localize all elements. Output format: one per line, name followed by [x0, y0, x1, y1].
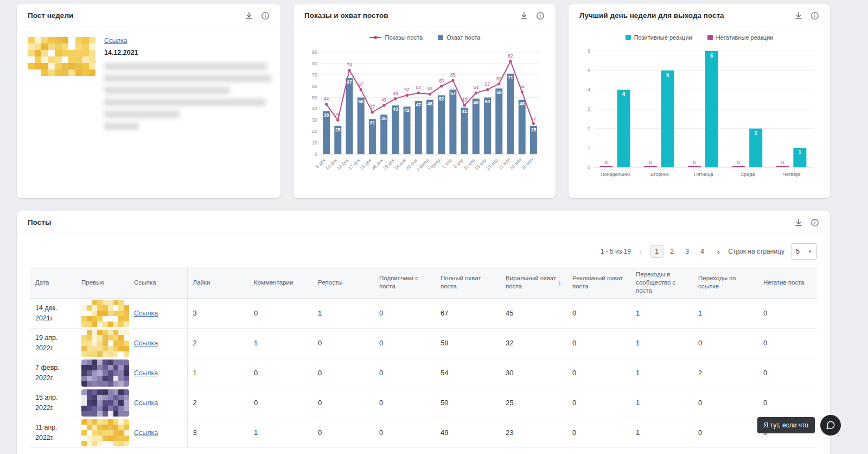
svg-text:30: 30: [335, 112, 341, 117]
download-icon[interactable]: [520, 11, 528, 20]
svg-text:54: 54: [416, 85, 422, 90]
svg-text:25: 25: [335, 127, 341, 133]
legend-item-negative[interactable]: Негативные реакции: [707, 34, 774, 41]
metric-cell: 1: [248, 328, 312, 358]
column-header-0[interactable]: Дата: [30, 267, 76, 298]
column-header-1[interactable]: Превью: [76, 267, 129, 298]
download-icon[interactable]: [794, 11, 803, 20]
column-header-11[interactable]: Переходы по ссылке: [693, 267, 758, 298]
post-link-cell: Ссылка: [129, 358, 187, 388]
metric-cell: 1: [187, 358, 248, 388]
page-3-button[interactable]: 3: [681, 245, 694, 258]
metric-cell: 0: [758, 298, 817, 328]
svg-text:48: 48: [519, 101, 525, 106]
svg-text:0: 0: [737, 160, 740, 165]
info-icon[interactable]: [536, 11, 545, 20]
post-link[interactable]: Ссылка: [134, 369, 158, 377]
metric-cell: 32: [500, 328, 567, 358]
metric-cell: 1: [630, 388, 693, 418]
negative-series-icon: [707, 35, 713, 40]
column-header-3[interactable]: Лайки: [187, 267, 248, 298]
chart-legend: Показы поста Охват поста: [293, 27, 556, 42]
legend-item-reach[interactable]: Охват поста: [438, 34, 480, 41]
metric-cell: 0: [374, 418, 435, 447]
svg-text:65: 65: [450, 72, 456, 78]
svg-text:6: 6: [588, 48, 590, 54]
svg-text:0: 0: [588, 165, 590, 170]
column-header-2[interactable]: Ссылка: [129, 267, 187, 298]
post-preview-image: [81, 419, 129, 446]
post-preview-cell: [76, 358, 129, 388]
download-icon[interactable]: [794, 218, 803, 227]
column-header-8[interactable]: Виральный охват поста↓: [500, 267, 567, 298]
download-icon[interactable]: [245, 11, 253, 20]
svg-text:49: 49: [474, 100, 479, 105]
metric-cell: 0: [567, 418, 630, 447]
post-link[interactable]: Ссылка: [134, 429, 158, 437]
svg-text:53: 53: [427, 86, 433, 91]
legend-label: Показы поста: [385, 34, 423, 41]
chat-button[interactable]: [820, 415, 841, 436]
page-2-button[interactable]: 2: [666, 245, 679, 258]
card-header: Показы и охват постов: [293, 4, 556, 27]
info-icon[interactable]: [810, 11, 819, 20]
rows-per-page-select[interactable]: 5 ▼: [791, 243, 817, 260]
metric-cell: 1: [248, 418, 312, 447]
svg-text:74: 74: [347, 62, 352, 67]
table-header-row: ДатаПревьюСсылкаЛайкиКомментарииРепостыП…: [30, 267, 817, 298]
column-header-10[interactable]: Переходы в сообщество с поста: [630, 267, 693, 298]
metric-cell: 25: [500, 388, 567, 418]
info-icon[interactable]: [810, 218, 819, 227]
column-header-4[interactable]: Комментарии: [248, 267, 312, 298]
column-header-12[interactable]: Негатив поста: [758, 267, 817, 298]
metric-cell: 50: [435, 388, 500, 418]
prev-page-icon[interactable]: ‹: [637, 247, 644, 256]
svg-text:70: 70: [312, 72, 317, 78]
column-header-9[interactable]: Рекламный охват поста: [567, 267, 630, 298]
post-link[interactable]: Ссылка: [104, 37, 271, 45]
post-link[interactable]: Ссылка: [134, 339, 158, 347]
svg-text:0: 0: [315, 152, 317, 157]
post-preview-cell: [76, 388, 129, 418]
legend-item-positive[interactable]: Позитивные реакции: [626, 34, 692, 41]
svg-text:3: 3: [588, 106, 590, 112]
metric-cell: 67: [435, 298, 500, 328]
column-header-5[interactable]: Репосты: [312, 267, 374, 298]
svg-text:4: 4: [622, 91, 626, 97]
svg-text:4: 4: [588, 87, 590, 92]
chat-bubble-icon: [826, 420, 835, 430]
svg-text:50: 50: [358, 99, 363, 104]
metric-cell: 0: [693, 388, 758, 418]
metric-cell: 2: [187, 388, 248, 418]
rows-per-page-value: 5: [796, 248, 800, 255]
sort-desc-icon[interactable]: ↓: [558, 278, 562, 287]
info-icon[interactable]: [261, 11, 270, 20]
legend-label: Позитивные реакции: [634, 34, 692, 41]
metric-cell: 45: [500, 298, 567, 328]
metric-cell: 1: [312, 298, 374, 328]
post-link-cell: Ссылка: [129, 328, 187, 358]
metric-cell: 1: [630, 298, 693, 328]
page-4-button[interactable]: 4: [696, 245, 709, 258]
svg-text:13 дек.: 13 дек.: [324, 156, 339, 171]
column-header-6[interactable]: Подписчики с поста: [374, 267, 435, 298]
metric-cell: 0: [374, 328, 435, 358]
post-link[interactable]: Ссылка: [134, 310, 158, 317]
card-header: Пост недели: [17, 4, 280, 27]
column-header-7[interactable]: Полный охват поста: [435, 267, 500, 298]
next-page-icon[interactable]: ›: [716, 247, 722, 256]
metric-cell: 0: [312, 388, 374, 418]
page-1-button[interactable]: 1: [650, 245, 663, 258]
post-link[interactable]: Ссылка: [134, 399, 158, 407]
metric-cell: 0: [693, 418, 758, 447]
svg-text:1 апр.: 1 апр.: [441, 156, 454, 169]
legend-item-impressions[interactable]: Показы поста: [369, 34, 423, 41]
svg-text:0: 0: [649, 160, 652, 165]
svg-text:Пятница: Пятница: [694, 172, 713, 177]
bar-series-icon: [438, 35, 443, 40]
svg-text:60: 60: [439, 78, 444, 84]
metric-cell: 30: [500, 358, 567, 388]
post-preview-image: [81, 330, 129, 357]
svg-text:0: 0: [693, 160, 695, 165]
svg-text:5: 5: [666, 72, 669, 78]
